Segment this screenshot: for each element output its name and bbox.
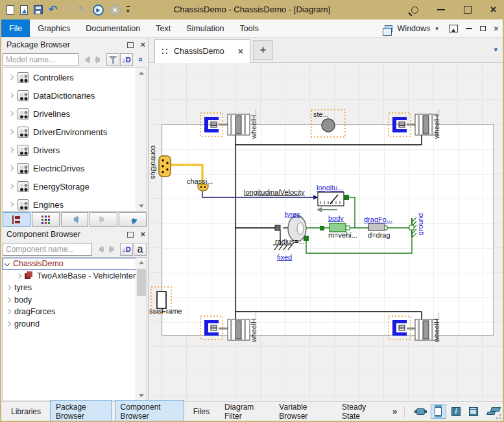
wheel-hub-front-right[interactable] xyxy=(392,114,437,135)
statusbar-steady-state[interactable]: Steady State xyxy=(336,400,384,422)
wheel-hub-rear-right[interactable] xyxy=(392,319,437,340)
scroll-up-icon[interactable] xyxy=(136,258,147,267)
sidebar-item-drivers[interactable]: Drivers xyxy=(3,141,147,159)
chassis-frame-connector[interactable] xyxy=(157,292,166,308)
expand-icon[interactable] xyxy=(8,166,14,171)
package-tree-scrollbar[interactable] xyxy=(136,68,147,211)
sort-alpha-button[interactable]: a xyxy=(134,243,147,256)
mdi-close-icon[interactable]: × xyxy=(494,25,499,32)
history-back-button[interactable] xyxy=(79,53,92,66)
resize-grip[interactable] xyxy=(494,412,501,419)
ground-port[interactable] xyxy=(409,225,414,230)
expand-icon[interactable] xyxy=(8,75,14,80)
menu-simulation[interactable]: Simulation xyxy=(178,19,232,37)
expand-icon[interactable] xyxy=(8,111,14,116)
sidebar-item-engines[interactable]: Engines xyxy=(3,195,147,212)
scroll-up-icon[interactable] xyxy=(136,68,147,78)
close-panel-icon[interactable]: × xyxy=(140,42,145,48)
nav-forward-button[interactable] xyxy=(90,212,117,227)
scrollbar-thumb[interactable] xyxy=(137,269,146,296)
open-file-icon[interactable] xyxy=(20,5,28,15)
component-tree-scrollbar[interactable] xyxy=(136,258,147,401)
body-port[interactable] xyxy=(346,226,350,230)
diagram-canvas[interactable]: controlBus chassi... longitudinalVelocit… xyxy=(149,63,503,401)
statusbar-files[interactable]: Files xyxy=(187,404,215,419)
bookmark-button[interactable] xyxy=(119,212,147,227)
toolbar-overflow-icon[interactable]: ▾ xyxy=(126,6,130,14)
expand-icon[interactable] xyxy=(16,273,21,279)
model-name-input[interactable] xyxy=(3,53,78,66)
float-panel-icon[interactable] xyxy=(127,232,134,238)
float-panel-icon[interactable] xyxy=(127,42,134,48)
collapse-all-button[interactable]: » xyxy=(134,53,147,66)
sidebar-item-drivelines[interactable]: Drivelines xyxy=(3,105,147,123)
close-panel-icon[interactable]: × xyxy=(140,231,145,238)
sidebar-item-datadictionaries[interactable]: DataDictionaries xyxy=(3,86,147,105)
windows-stack-icon[interactable] xyxy=(385,25,392,32)
expand-icon[interactable] xyxy=(6,285,11,290)
filter-button[interactable] xyxy=(106,53,119,66)
tree-view-button[interactable] xyxy=(3,212,30,227)
statusbar-libraries[interactable]: Libraries xyxy=(5,404,47,419)
icon-grid-button[interactable] xyxy=(32,212,60,227)
collapse-icon[interactable] xyxy=(5,261,10,266)
close-icon[interactable]: × xyxy=(490,5,496,14)
wheel-hub-rear-left[interactable] xyxy=(204,319,250,340)
statusbar-variable-browser[interactable]: Variable Browser xyxy=(273,400,333,422)
component-name-input[interactable] xyxy=(3,243,92,256)
expand-icon[interactable] xyxy=(8,202,14,207)
save-icon[interactable] xyxy=(34,5,43,14)
statusbar-component-browser[interactable]: Component Browser xyxy=(115,400,184,422)
menu-graphics[interactable]: Graphics xyxy=(30,19,78,37)
undo-icon[interactable]: ↶ xyxy=(49,5,57,15)
statusbar-overflow-icon[interactable]: » xyxy=(392,406,397,416)
windows-menu[interactable]: Windows xyxy=(398,24,431,33)
expand-icon[interactable] xyxy=(6,321,11,327)
history-forward-button[interactable] xyxy=(106,243,119,256)
component-item-body[interactable]: body xyxy=(3,294,147,306)
mdi-restore-icon[interactable] xyxy=(480,26,486,31)
statusbar-diagram-filter[interactable]: Diagram Filter xyxy=(219,400,270,422)
expand-icon[interactable] xyxy=(6,309,11,314)
tab-close-icon[interactable]: × xyxy=(238,47,243,55)
windows-dropdown-icon[interactable]: ▾ xyxy=(435,25,438,32)
component-item-ground[interactable]: ground xyxy=(3,318,147,330)
maximize-icon[interactable] xyxy=(464,6,472,14)
velocity-sensor-component[interactable] xyxy=(317,192,344,212)
sort-button[interactable]: ↓D xyxy=(120,243,133,256)
sort-button[interactable]: ↓D xyxy=(120,53,133,66)
steering-component[interactable] xyxy=(322,119,335,132)
expand-icon[interactable] xyxy=(8,184,14,189)
scroll-down-icon[interactable] xyxy=(136,201,147,211)
menu-text[interactable]: Text xyxy=(148,19,178,37)
expand-icon[interactable] xyxy=(8,147,14,153)
tab-chassisdemo[interactable]: ChassisDemo × xyxy=(154,39,250,63)
component-item-tyres[interactable]: tyres xyxy=(3,282,147,294)
tyre-hub-port[interactable] xyxy=(275,225,280,230)
search-icon[interactable] xyxy=(411,6,418,14)
stop-icon[interactable]: × xyxy=(110,5,121,16)
tab-list-dropdown-icon[interactable]: ▾ xyxy=(494,45,498,54)
simulate-icon[interactable]: ▶ xyxy=(93,5,104,16)
chassis-connection-lines[interactable] xyxy=(235,135,422,319)
history-back-button[interactable] xyxy=(93,243,106,256)
nav-back-button[interactable] xyxy=(61,212,89,227)
component-item-dragforces[interactable]: dragForces xyxy=(3,306,147,318)
expand-icon[interactable] xyxy=(6,297,11,303)
sidebar-item-energystorage[interactable]: EnergyStorage xyxy=(3,177,147,195)
statusbar-package-browser[interactable]: Package Browser xyxy=(50,400,112,422)
component-root-chassisdemo[interactable]: ChassisDemo xyxy=(3,258,147,270)
mdi-minimize-icon[interactable] xyxy=(466,28,472,29)
expand-icon[interactable] xyxy=(8,93,14,98)
expand-icon[interactable] xyxy=(8,129,14,134)
sidebar-item-electricdrives[interactable]: ElectricDrives xyxy=(3,159,147,177)
mdi-dock-icon[interactable] xyxy=(449,25,458,32)
sidebar-item-driverenvironments[interactable]: DriverEnvironments xyxy=(3,123,147,141)
history-forward-button[interactable] xyxy=(93,53,106,66)
control-bus-connector[interactable] xyxy=(159,156,171,177)
menu-tools[interactable]: Tools xyxy=(232,19,267,37)
menu-file[interactable]: File xyxy=(1,19,30,37)
icon-view-button[interactable] xyxy=(413,404,429,419)
component-item-twoaxlebase[interactable]: TwoAxleBase - VehicleInterf... xyxy=(3,270,147,282)
documentation-view-button[interactable]: i xyxy=(448,404,464,419)
